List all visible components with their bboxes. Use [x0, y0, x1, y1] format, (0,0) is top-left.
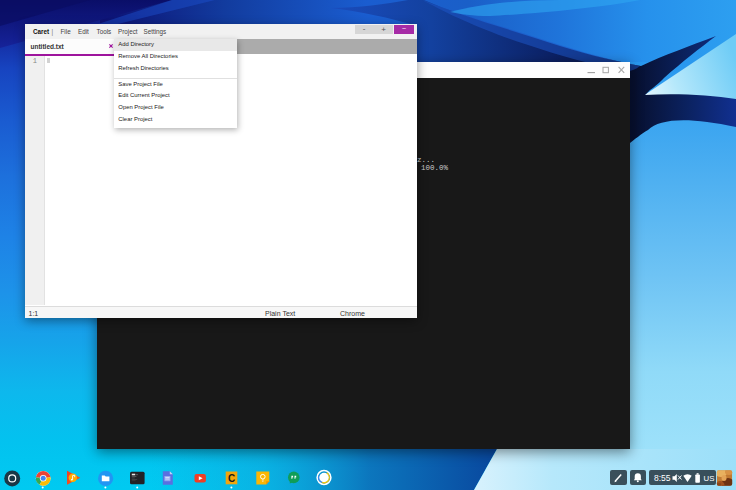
svg-text:US: US — [704, 474, 715, 483]
svg-text:8:55: 8:55 — [654, 473, 671, 483]
